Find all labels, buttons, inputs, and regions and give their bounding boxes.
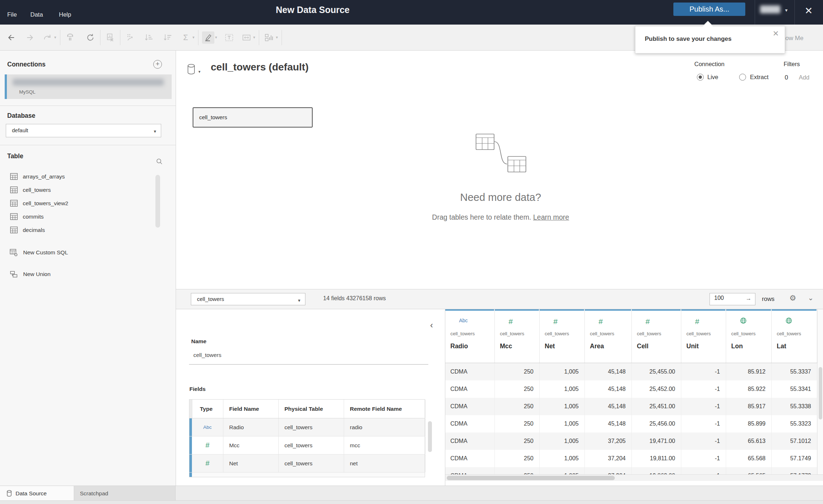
close-icon[interactable]: ✕ [805,5,813,17]
sort-descending-icon[interactable] [162,31,174,44]
datasource-menu-caret-icon[interactable]: ▾ [198,69,201,74]
table-item-commits[interactable]: commits [0,210,159,223]
totals-caret-icon[interactable]: ▾ [193,35,195,40]
table-chip-cell-towers[interactable]: cell_towers [193,107,313,128]
grid-column-header-Area[interactable]: #cell_towersArea [585,309,632,363]
text-label-icon[interactable] [223,31,235,44]
tooltip-message: Publish to save your changes [645,35,732,43]
grid-column-header-Cell[interactable]: #cell_towersCell [632,309,681,363]
grid-cell: CDMA [445,432,495,450]
fields-row-Radio[interactable]: AbcRadiocell_towersradio [189,418,425,436]
grid-horizontal-scrollbar[interactable] [445,474,823,481]
table-item-decimals[interactable]: decimals [0,223,159,237]
column-field-label: Lat [777,343,786,350]
show-hide-cards-icon[interactable] [263,31,275,44]
apply-rows-arrow-icon[interactable]: → [746,295,751,302]
table-list-scrollbar[interactable] [155,175,160,228]
column-type-icon: # [599,317,603,326]
user-caret-icon[interactable]: ▾ [785,7,788,13]
grid-cell: 1,005 [540,380,585,398]
clear-sheet-icon[interactable] [104,31,116,44]
fit-icon[interactable] [240,31,253,44]
connection-section-label: Connection [694,61,724,68]
filters-add-button[interactable]: Add [799,74,809,81]
collapse-preview-chevron-icon[interactable]: ⌄ [808,294,814,302]
column-field-label: Area [590,343,604,350]
replay-caret-icon[interactable]: ▾ [54,35,56,40]
grid-body: CDMA2501,00545,14825,455.00-185.91255.33… [445,363,823,474]
fields-column-header: Remote Field Name [344,400,425,418]
grid-column-header-Net[interactable]: #cell_towersNet [540,309,585,363]
user-menu[interactable] [760,5,780,13]
grid-column-header-Lon[interactable]: cell_towersLon [726,309,772,363]
menu-file[interactable]: File [7,11,17,18]
fields-row-Mcc[interactable]: #Mcccell_towersmcc [189,436,425,455]
redo-button[interactable] [24,31,36,44]
fields-row-Net[interactable]: #Netcell_towersnet [189,455,425,473]
column-field-label: Net [545,343,555,350]
cards-caret-icon[interactable]: ▾ [276,35,278,40]
bottom-tab-bar: Data Source Scratchpad [0,486,823,500]
fields-table-scrollbar[interactable] [428,421,432,452]
column-type-icon: # [509,317,513,326]
tab-scratchpad[interactable]: Scratchpad [74,486,176,501]
sort-ascending-icon[interactable] [143,31,155,44]
grid-cell: 85.917 [726,398,772,415]
datasource-pause-icon[interactable] [64,31,76,44]
preview-table-select[interactable]: cell_towers ▾ [191,293,305,305]
live-radio[interactable] [697,74,704,81]
connection-item[interactable]: MySQL [5,74,172,99]
grid-column-header-Lat[interactable]: cell_towersLat [772,309,817,363]
grid-horizontal-scrollbar-thumb[interactable] [447,476,615,480]
replay-button[interactable] [41,31,53,44]
grid-vertical-scrollbar[interactable] [817,309,823,474]
database-selected-value: default [12,127,28,133]
totals-icon[interactable]: Σ [180,31,192,44]
grid-vertical-scrollbar-thumb[interactable] [819,367,822,419]
publish-as-button[interactable]: Publish As... [673,3,745,16]
column-accent [495,309,539,311]
table-item-cell_towers[interactable]: cell_towers [0,183,159,197]
menu-help[interactable]: Help [59,11,71,18]
grid-cell: 55.3323 [772,415,817,432]
learn-more-link[interactable]: Learn more [533,213,569,221]
name-input[interactable]: cell_towers [193,352,222,358]
relate-tables-illustration [475,133,528,178]
live-label[interactable]: Live [707,74,718,81]
extract-radio[interactable] [739,74,746,81]
row-count-input[interactable] [714,295,743,301]
undo-button[interactable] [5,31,17,44]
table-item-cell_towers_view2[interactable]: cell_towers_view2 [0,197,159,210]
collapse-panel-chevron-icon[interactable]: ‹ [430,320,433,330]
grid-column-header-Unit[interactable]: #cell_towersUnit [681,309,726,363]
grid-cell: 19,471.00 [632,432,681,450]
grid-column-header-Radio[interactable]: Abccell_towersRadio [445,309,495,363]
group-members-icon[interactable] [124,31,136,44]
new-union-label: New Union [23,271,51,277]
table-item-arrays_of_arrays[interactable]: arrays_of_arrays [0,170,159,183]
grid-column-header-Mcc[interactable]: #cell_towersMcc [495,309,540,363]
column-accent [540,309,584,311]
grid-cell: -1 [681,398,726,415]
grid-cell: 45,148 [585,380,632,398]
new-union-button[interactable]: New Union [0,267,176,281]
fields-column-header: Type [189,400,223,418]
grid-cell: 45,148 [585,415,632,432]
fit-caret-icon[interactable]: ▾ [253,35,256,40]
menu-data[interactable]: Data [30,11,43,18]
extract-label[interactable]: Extract [750,74,768,81]
refresh-icon[interactable] [84,31,97,44]
field-type-icon: Abc [189,418,223,436]
tab-data-source[interactable]: Data Source [0,486,74,501]
tooltip-close-icon[interactable]: ✕ [772,29,779,38]
column-type-icon [785,317,792,326]
search-icon[interactable] [155,158,163,167]
grid-cell: -1 [681,380,726,398]
database-select[interactable]: default ▾ [6,124,161,137]
gear-icon[interactable]: ⚙ [789,294,796,302]
pen-caret-icon[interactable]: ▾ [215,35,217,40]
highlight-pen-icon[interactable] [202,31,214,44]
new-custom-sql-button[interactable]: New Custom SQL [0,246,176,259]
add-connection-button[interactable]: + [153,60,162,69]
fields-column-header: Physical Table [279,400,344,418]
